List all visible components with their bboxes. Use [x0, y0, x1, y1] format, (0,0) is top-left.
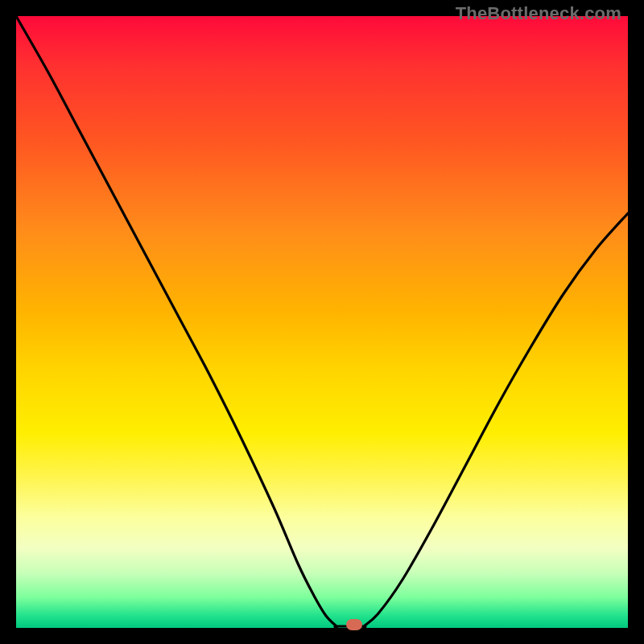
watermark-text: TheBottleneck.com: [456, 3, 621, 24]
chart-frame: TheBottleneck.com: [0, 0, 644, 644]
bottleneck-curve: [16, 16, 628, 628]
curve-path: [16, 16, 628, 627]
optimal-point-marker: [346, 619, 362, 630]
